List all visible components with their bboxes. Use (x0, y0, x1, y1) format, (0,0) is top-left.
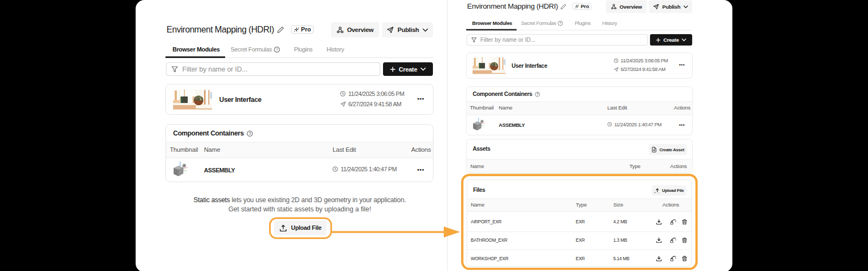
svg-text:?: ? (249, 131, 252, 136)
svg-text:?: ? (559, 21, 561, 25)
svg-text:?: ? (276, 47, 278, 52)
svg-text:?: ? (537, 92, 539, 96)
